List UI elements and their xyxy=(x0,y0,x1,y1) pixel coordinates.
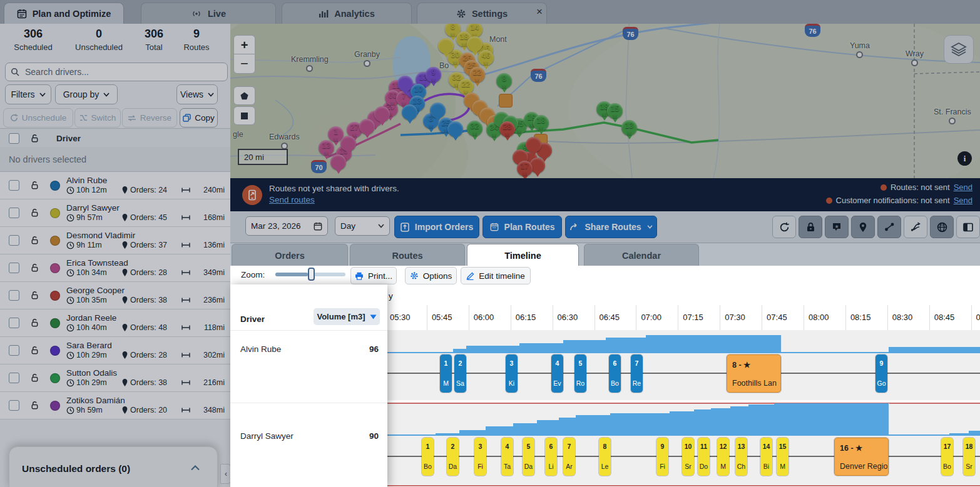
map-pin[interactable] xyxy=(402,104,417,120)
driver-checkbox[interactable] xyxy=(9,345,19,356)
stop-chip[interactable]: 8Le xyxy=(599,438,611,476)
map-pin[interactable] xyxy=(467,36,482,52)
stop-chip[interactable]: 18Sr xyxy=(963,438,975,476)
lock-icon[interactable] xyxy=(30,208,39,218)
lock-icon[interactable] xyxy=(30,291,39,300)
lock-icon[interactable] xyxy=(30,263,39,273)
lock-icon[interactable] xyxy=(30,181,39,190)
lock-routes-button[interactable] xyxy=(799,216,822,238)
plan-routes-button[interactable]: Plan Routes xyxy=(482,216,562,238)
unscheduled-orders-panel[interactable]: Unscheduled orders (0) xyxy=(9,446,218,487)
stop-chip[interactable]: 9Fi xyxy=(656,438,668,476)
metric-selector-dropdown[interactable]: Volume [m3] xyxy=(314,308,380,325)
stop-chip[interactable]: 10Sr xyxy=(682,438,694,476)
driver-checkbox[interactable] xyxy=(9,318,19,328)
driver-checkbox[interactable] xyxy=(9,400,19,411)
show-paths-button[interactable] xyxy=(904,216,927,238)
stop-chip[interactable]: 5Da xyxy=(523,438,534,476)
map-pin[interactable]: 13M xyxy=(621,120,637,136)
map-pin[interactable]: 9M xyxy=(426,67,441,83)
driver-row[interactable]: George Cooper10h 35mOrders: 38236mi xyxy=(0,282,230,309)
map-pin[interactable]: 8M xyxy=(496,73,512,89)
map-pin[interactable] xyxy=(374,106,390,122)
options-button[interactable]: Options xyxy=(405,267,457,284)
stop-chip[interactable]: 17Bo xyxy=(941,438,953,476)
stop-chip[interactable]: 7Ar xyxy=(563,438,575,476)
tab-calendar[interactable]: Calendar xyxy=(584,244,699,266)
zoom-slider-handle[interactable] xyxy=(308,268,315,281)
lock-icon[interactable] xyxy=(30,401,39,410)
driver-row[interactable]: Zotikos Damián9h 59mOrders: 20348mi xyxy=(0,392,230,419)
stop-chip[interactable]: 14Bi xyxy=(760,438,772,476)
share-routes-button[interactable]: Share Routes xyxy=(565,216,657,238)
group-by-dropdown[interactable]: Group by xyxy=(55,84,118,104)
stop-chip[interactable]: 15M xyxy=(777,438,789,476)
map-pin[interactable]: 15M xyxy=(607,103,623,119)
timeline-panel-row[interactable]: Alvin Rube96 xyxy=(230,330,387,400)
show-pins-button[interactable] xyxy=(851,216,875,238)
close-icon[interactable]: × xyxy=(533,6,546,18)
tab-timeline[interactable]: Timeline xyxy=(467,244,579,266)
lock-icon[interactable] xyxy=(30,236,39,245)
stop-chip[interactable]: 3Ki xyxy=(506,354,518,393)
stop-chip[interactable]: 3Fi xyxy=(474,438,486,476)
map-pin[interactable] xyxy=(526,137,541,153)
tab-plan-and-optimize[interactable]: Plan and Optimize xyxy=(4,3,124,24)
map-pin[interactable] xyxy=(430,103,446,118)
driver-checkbox[interactable] xyxy=(9,290,19,301)
driver-row[interactable]: Erica Townstead10h 34mOrders: 28349mi xyxy=(0,254,230,282)
route-map[interactable]: 13M10M1M27M29M12M60M7M13M9M10M13M3M25M8M… xyxy=(230,24,980,178)
driver-checkbox[interactable] xyxy=(9,208,19,218)
stop-chip[interactable]: 4Ev xyxy=(551,354,563,393)
map-zoom-in-button[interactable]: + xyxy=(233,35,255,55)
driver-checkbox[interactable] xyxy=(9,180,19,191)
tab-routes[interactable]: Routes xyxy=(350,244,465,266)
stop-chip[interactable]: 4Ta xyxy=(501,438,513,476)
date-picker[interactable]: Mar 23, 2026 xyxy=(245,216,328,236)
unschedule-button[interactable]: Unschedule xyxy=(3,108,73,128)
map-pin[interactable] xyxy=(330,154,346,170)
send-routes-link[interactable]: Send routes xyxy=(269,195,315,204)
chevron-up-icon[interactable] xyxy=(191,462,200,473)
stop-chip[interactable]: 12M xyxy=(717,438,729,476)
driver-row[interactable]: Jordan Reele10h 40mOrders: 48118mi xyxy=(0,309,230,337)
edit-timeline-button[interactable]: Edit timeline xyxy=(461,267,531,284)
print-button[interactable]: Print... xyxy=(350,267,397,284)
driver-checkbox[interactable] xyxy=(9,263,19,273)
map-pin[interactable]: 22M xyxy=(469,67,485,83)
priority-stop-chip[interactable]: 16 - ★Denver Regio xyxy=(834,438,889,476)
tab-settings[interactable]: Settings xyxy=(417,3,547,24)
stop-chip[interactable]: 1M xyxy=(440,354,452,393)
lock-icon[interactable] xyxy=(30,373,39,383)
refresh-map-button[interactable] xyxy=(772,216,796,238)
stop-chip[interactable]: 6Li xyxy=(545,438,557,476)
tab-analytics[interactable]: Analytics xyxy=(282,3,412,24)
stop-chip[interactable]: 6Bo xyxy=(609,354,621,393)
map-pin[interactable]: 18M xyxy=(533,115,549,131)
stop-chip[interactable]: 2Da xyxy=(447,438,459,476)
stop-chip[interactable]: 9Go xyxy=(875,354,887,393)
map-pin[interactable]: 28M xyxy=(499,121,515,137)
send-link[interactable]: Send xyxy=(954,196,972,205)
map-pin[interactable]: 46M xyxy=(478,50,494,66)
map-layers-button[interactable] xyxy=(944,35,974,64)
lock-icon[interactable] xyxy=(30,318,39,328)
map-pin[interactable] xyxy=(340,136,356,151)
select-all-checkbox[interactable] xyxy=(9,133,19,144)
tab-orders[interactable]: Orders xyxy=(232,244,348,266)
map-pin[interactable]: 17M xyxy=(517,161,533,176)
map-info-button[interactable]: i xyxy=(957,151,972,166)
timeline-panel-row[interactable]: Darryl Sawyer90 xyxy=(230,403,387,486)
import-orders-button[interactable]: Import Orders xyxy=(394,216,479,238)
filters-dropdown[interactable]: Filters xyxy=(5,84,51,104)
toggle-panel-button[interactable] xyxy=(956,216,980,238)
map-pin[interactable] xyxy=(359,119,375,134)
driver-checkbox[interactable] xyxy=(9,373,19,383)
search-input[interactable] xyxy=(24,66,195,78)
stop-chip[interactable]: 13Ch xyxy=(735,438,747,476)
stop-chip[interactable]: 7Re xyxy=(631,354,643,393)
stop-chip[interactable]: 11Do xyxy=(698,438,710,476)
range-select[interactable]: Day xyxy=(335,216,390,236)
driver-row[interactable]: Sutton Odalis10h 29mOrders: 38216mi xyxy=(0,364,230,392)
driver-row[interactable]: Alvin Rube10h 12mOrders: 24240mi xyxy=(0,172,230,199)
